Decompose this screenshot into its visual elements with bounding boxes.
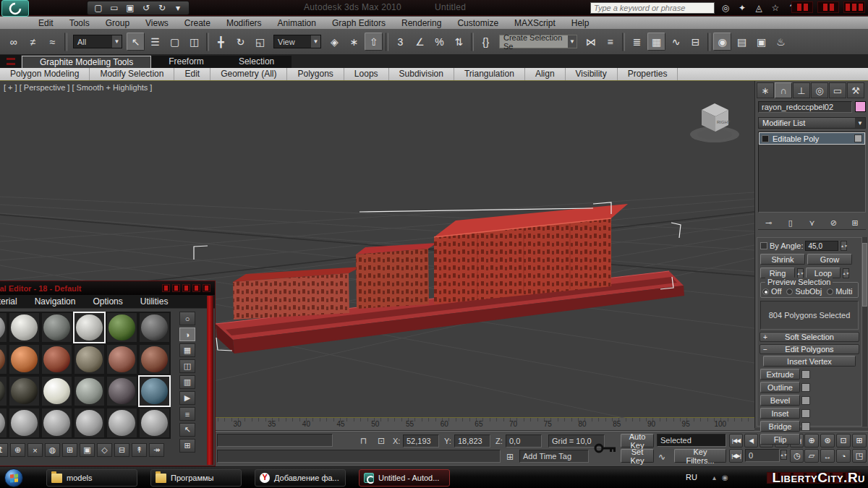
- search-input[interactable]: [590, 2, 715, 14]
- material-sample-slot[interactable]: [106, 375, 138, 407]
- taskbar-button[interactable]: Добавление фа...: [255, 469, 346, 487]
- time-configuration-icon[interactable]: ◷: [790, 449, 804, 463]
- insert-vertex-button[interactable]: Insert Vertex: [763, 356, 856, 367]
- make-unique-material-icon[interactable]: ◍: [45, 443, 60, 457]
- create-tab-icon[interactable]: ∗: [757, 82, 774, 98]
- selection-set-dropdown[interactable]: Selected: [657, 434, 726, 447]
- assign-material-icon[interactable]: ⊕: [10, 443, 25, 457]
- edit-named-selections-icon[interactable]: {}: [477, 33, 495, 51]
- start-button[interactable]: [4, 468, 23, 487]
- x-coordinate-field[interactable]: 52,193: [403, 435, 439, 448]
- material-sample-slot[interactable]: [8, 375, 41, 407]
- communication-center-icon[interactable]: ◬: [752, 1, 765, 14]
- backlight-icon[interactable]: ◑: [179, 328, 195, 341]
- material-sample-slot[interactable]: [8, 343, 41, 375]
- ribbon-panel-tab[interactable]: Polygons: [287, 68, 344, 80]
- pan-icon[interactable]: ↔: [820, 449, 835, 463]
- ribbon-panel-tab[interactable]: Triangulation: [454, 68, 525, 80]
- z-coordinate-field[interactable]: 0,0: [506, 435, 542, 448]
- make-preview-icon[interactable]: ▶: [179, 391, 195, 405]
- material-map-navigator-icon[interactable]: ⊞: [179, 439, 195, 453]
- shrink-button[interactable]: Shrink: [760, 254, 805, 265]
- tray-arrow-icon[interactable]: ▴: [712, 474, 716, 481]
- curve-editor-icon[interactable]: ∿: [667, 33, 685, 51]
- arc-rotate-icon[interactable]: ◔: [836, 449, 851, 463]
- settings-box-icon[interactable]: [801, 370, 810, 379]
- loop-button[interactable]: Loop: [806, 267, 841, 278]
- workspace-dropdown-icon[interactable]: ▾: [171, 2, 184, 14]
- ring-spinner[interactable]: ▲▼: [797, 268, 804, 278]
- angle-snap-icon[interactable]: ∠: [411, 33, 429, 51]
- hierarchy-tab-icon[interactable]: ⊥: [793, 82, 810, 98]
- previous-frame-icon[interactable]: ◀|: [744, 434, 758, 448]
- language-indicator[interactable]: RU: [686, 473, 697, 481]
- material-editor-icon[interactable]: ◉: [713, 33, 731, 51]
- maximize-viewport-icon[interactable]: ◳: [852, 449, 867, 463]
- search-binoculars-icon[interactable]: ◎: [719, 1, 732, 14]
- close-button[interactable]: [192, 284, 200, 292]
- ribbon-tab[interactable]: Graphite Modeling Tools: [22, 56, 151, 68]
- rectangular-selection-region-icon[interactable]: ▢: [166, 33, 184, 51]
- menu-item[interactable]: Navigation: [26, 296, 85, 307]
- select-and-link-icon[interactable]: ∞: [4, 33, 22, 51]
- material-sample-slot[interactable]: [41, 375, 73, 407]
- window-crossing-icon[interactable]: ◫: [185, 33, 203, 51]
- viewport-label[interactable]: [ + ] [ Perspective ] [ Smooth + Highlig…: [4, 83, 152, 92]
- go-forward-sibling-icon[interactable]: ↠: [149, 443, 164, 457]
- schematic-view-icon[interactable]: ⊟: [686, 33, 705, 51]
- menu-item[interactable]: Graph Editors: [324, 18, 393, 28]
- settings-box-icon[interactable]: [801, 396, 810, 405]
- edit-polygons-button[interactable]: Extrude: [760, 369, 800, 380]
- ribbon-panel-tab[interactable]: Properties: [618, 68, 678, 80]
- close-button[interactable]: [182, 284, 190, 292]
- application-menu-button[interactable]: [1, 0, 29, 17]
- graphite-ribbon-toggle-icon[interactable]: ▦: [647, 33, 665, 51]
- redo-icon[interactable]: ↻: [156, 2, 169, 14]
- menu-item[interactable]: Customize: [449, 18, 506, 28]
- material-sample-slot[interactable]: [0, 407, 8, 439]
- object-name-field[interactable]: rayon_redcccpbel02: [758, 101, 852, 113]
- spinner-snap-icon[interactable]: ⇅: [450, 33, 468, 51]
- edit-polygons-rollout-header[interactable]: −Edit Polygons: [760, 344, 859, 354]
- keyboard-override-icon[interactable]: ⇧: [365, 33, 383, 51]
- preview-selection-radio[interactable]: Multi: [827, 287, 852, 296]
- background-checker-icon[interactable]: ▦: [179, 343, 195, 357]
- render-setup-icon[interactable]: ▤: [733, 33, 751, 51]
- select-object-icon[interactable]: ↖: [127, 33, 145, 51]
- video-color-check-icon[interactable]: ▥: [179, 375, 195, 389]
- material-id-channel-icon[interactable]: ▣: [80, 443, 95, 457]
- ribbon-panel-tab[interactable]: Geometry (All): [210, 68, 287, 80]
- edit-polygons-button[interactable]: Outline: [760, 382, 800, 393]
- settings-box-icon[interactable]: [801, 409, 810, 418]
- use-center-flyout-icon[interactable]: ◈: [326, 33, 344, 51]
- material-sample-slot[interactable]: [0, 343, 8, 375]
- remove-modifier-icon[interactable]: ⊘: [825, 218, 841, 228]
- edit-polygons-button[interactable]: Inset: [760, 408, 800, 419]
- material-sample-slot[interactable]: [138, 343, 171, 375]
- material-editor-window[interactable]: Material Editor - 18 - Default MaterialN…: [0, 281, 216, 466]
- ribbon-panel-tab[interactable]: Modify Selection: [90, 68, 174, 80]
- material-sample-slot[interactable]: [0, 312, 8, 343]
- menu-item[interactable]: Group: [98, 18, 137, 28]
- new-file-icon[interactable]: ▢: [92, 2, 105, 14]
- maximize-button[interactable]: [172, 284, 180, 292]
- named-selection-sets-dropdown[interactable]: Create Selection Se▼: [499, 35, 577, 48]
- grow-button[interactable]: Grow: [807, 254, 852, 265]
- make-unique-icon[interactable]: ⋎: [804, 218, 820, 228]
- material-sample-slot[interactable]: [138, 407, 171, 439]
- preview-selection-radio[interactable]: SubObj: [786, 287, 822, 296]
- layer-manager-icon[interactable]: ≣: [628, 33, 646, 51]
- menu-item[interactable]: Material: [0, 296, 26, 307]
- align-icon[interactable]: ≡: [601, 33, 619, 51]
- ribbon-panel-tab[interactable]: Loops: [344, 68, 389, 80]
- edit-polygons-button[interactable]: Bridge: [760, 421, 800, 432]
- reference-coordinate-dropdown[interactable]: View▼: [273, 35, 321, 48]
- material-sample-slot[interactable]: [73, 312, 106, 343]
- viewcube-face-label[interactable]: RIGHT: [717, 120, 731, 124]
- utilities-tab-icon[interactable]: ⚒: [847, 82, 864, 98]
- viewcube[interactable]: RIGHT: [690, 103, 739, 142]
- menu-item[interactable]: Animation: [270, 18, 324, 28]
- add-time-tag-field[interactable]: Add Time Tag: [519, 450, 589, 463]
- menu-item[interactable]: Tools: [61, 18, 98, 28]
- current-frame-field[interactable]: 0: [745, 449, 780, 462]
